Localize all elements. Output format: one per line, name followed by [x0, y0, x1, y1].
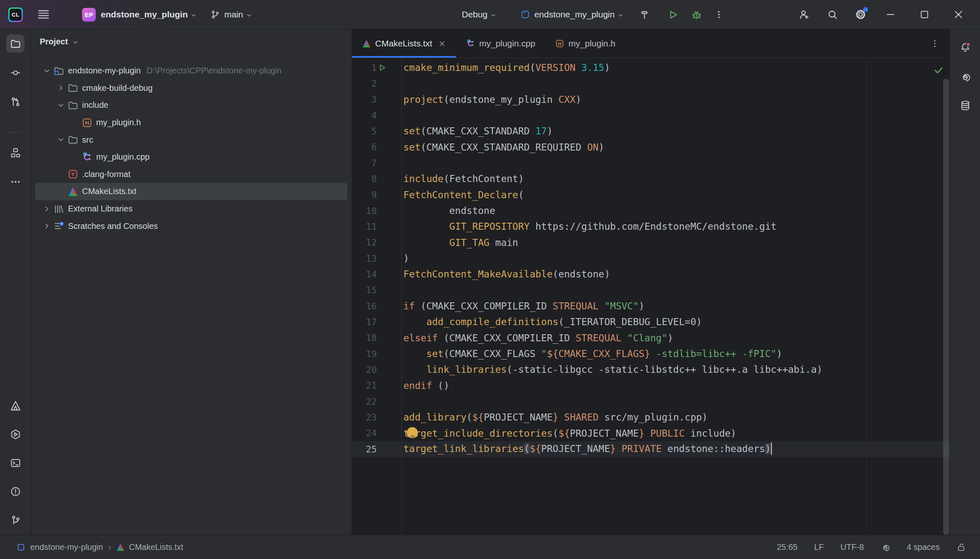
minimize-button[interactable] — [878, 0, 903, 29]
tool-window-button-problems[interactable] — [6, 482, 24, 501]
code-line-10[interactable]: 10 endstone — [352, 203, 950, 219]
build-button[interactable] — [636, 7, 653, 23]
scratches-icon — [53, 221, 64, 231]
code-line-13[interactable]: 13) — [352, 250, 950, 266]
code-line-2[interactable]: 2 — [352, 75, 950, 91]
line-number: 12 — [352, 237, 401, 248]
line-number: 17 — [352, 317, 401, 327]
chevron-right-icon[interactable] — [42, 204, 52, 214]
tree-item-my-plugin-h[interactable]: Hmy_plugin.h — [35, 114, 347, 131]
code-line-14[interactable]: 14FetchContent_MakeAvailable(endstone) — [352, 266, 950, 282]
chevron-down-icon[interactable] — [42, 66, 52, 75]
search-everywhere-button[interactable] — [824, 6, 841, 23]
code-line-24[interactable]: 24target_include_directories(${PROJECT_N… — [352, 425, 950, 441]
intention-bulb-icon[interactable] — [407, 427, 418, 438]
indent-widget[interactable]: 4 spaces — [907, 542, 940, 552]
tree-item-scratches-and-consoles[interactable]: Scratches and Consoles — [35, 217, 347, 235]
run-mode-label: Debug — [462, 10, 488, 19]
code-line-15[interactable]: 15 — [352, 282, 950, 298]
run-line-icon[interactable] — [379, 64, 386, 71]
tool-window-button-more[interactable] — [6, 173, 24, 191]
tree-item-cmakelists-txt[interactable]: CMakeLists.txt — [35, 183, 347, 200]
code-line-4[interactable]: 4 — [352, 107, 950, 123]
tool-window-button-version-control[interactable] — [6, 511, 24, 529]
breadcrumb-project[interactable]: endstone-my-plugin — [17, 542, 103, 552]
project-panel-header[interactable]: Project — [31, 29, 352, 54]
chevron-down-icon[interactable] — [56, 135, 66, 144]
code-line-18[interactable]: 18elseif (CMAKE_CXX_COMPILER_ID STREQUAL… — [352, 330, 950, 346]
line-separator-widget[interactable]: LF — [814, 542, 824, 552]
code-line-5[interactable]: 5set(CMAKE_CXX_STANDARD 17) — [352, 123, 950, 139]
run-button[interactable] — [665, 7, 681, 23]
tree-item-src[interactable]: src — [35, 131, 347, 148]
ai-assistant-status-button[interactable] — [881, 542, 890, 552]
settings-button[interactable] — [852, 6, 869, 23]
code-with-me-button[interactable] — [796, 6, 813, 23]
tool-window-button-project[interactable] — [6, 34, 24, 53]
chevron-down-icon[interactable] — [56, 101, 66, 110]
code-line-19[interactable]: 19 set(CMAKE_CXX_FLAGS "${CMAKE_CXX_FLAG… — [352, 346, 950, 362]
run-mode-selector[interactable]: Debug — [459, 8, 499, 21]
tool-window-button-ai-assistant[interactable] — [956, 67, 974, 85]
editor-tab-my-plugin-h[interactable]: Hmy_plugin.h — [545, 29, 625, 58]
tool-window-button-services[interactable] — [6, 425, 24, 443]
project-widget[interactable]: EP endstone_my_plugin — [63, 6, 199, 23]
tool-window-button-terminal[interactable] — [6, 454, 24, 472]
vcs-branch-widget[interactable]: main — [208, 8, 255, 21]
breadcrumb-file[interactable]: CMakeLists.txt — [116, 542, 183, 552]
editor-tab-my-plugin-cpp[interactable]: my_plugin.cpp — [456, 29, 545, 58]
readonly-toggle[interactable] — [956, 542, 966, 552]
tool-window-button-database[interactable] — [956, 96, 974, 114]
caret-position-widget[interactable]: 25:65 — [777, 542, 798, 552]
tab-label: my_plugin.h — [568, 39, 615, 49]
tool-window-button-structure[interactable] — [6, 143, 24, 162]
code-line-23[interactable]: 23add_library(${PROJECT_NAME} SHARED src… — [352, 409, 950, 425]
code-editor[interactable]: 1cmake_minimum_required(VERSION 3.15)23p… — [352, 58, 950, 535]
line-number: 23 — [352, 412, 401, 423]
code-line-6[interactable]: 6set(CMAKE_CXX_STANDARD_REQUIRED ON) — [352, 139, 950, 155]
run-play-icon — [667, 9, 679, 20]
inspections-status-widget[interactable] — [933, 65, 944, 75]
hamburger-icon — [37, 8, 50, 21]
debug-button[interactable] — [689, 7, 705, 23]
svg-text:H: H — [558, 41, 561, 46]
tool-window-button-notifications[interactable] — [956, 38, 974, 56]
tree-item-my-plugin-cpp[interactable]: my_plugin.cpp — [35, 148, 347, 166]
run-configuration-selector[interactable]: endstone_my_plugin — [518, 8, 626, 21]
code-line-20[interactable]: 20 link_libraries(-static-libgcc -static… — [352, 362, 950, 377]
editor-tab-cmakelists-txt[interactable]: CMakeLists.txt× — [352, 29, 456, 58]
code-line-7[interactable]: 7 — [352, 155, 950, 171]
tree-item-clang-format[interactable]: Y.clang-format — [35, 166, 347, 183]
tool-window-button-commit[interactable] — [6, 63, 24, 82]
code-text: elseif (CMAKE_CXX_COMPILER_ID STREQUAL "… — [401, 333, 673, 343]
chevron-right-icon[interactable] — [42, 221, 52, 231]
code-line-3[interactable]: 3project(endstone_my_plugin CXX) — [352, 92, 950, 107]
code-line-16[interactable]: 16if (CMAKE_CXX_COMPILER_ID STREQUAL "MS… — [352, 298, 950, 314]
code-line-17[interactable]: 17 add_compile_definitions(_ITERATOR_DEB… — [352, 314, 950, 330]
editor-tab-bar: CMakeLists.txt×my_plugin.cppHmy_plugin.h — [352, 29, 950, 58]
encoding-widget[interactable]: UTF-8 — [840, 542, 864, 552]
code-line-1[interactable]: 1cmake_minimum_required(VERSION 3.15) — [352, 60, 950, 75]
editor-scrollbar[interactable] — [943, 79, 949, 535]
code-line-21[interactable]: 21endif () — [352, 378, 950, 394]
more-run-actions-button[interactable] — [711, 7, 726, 22]
maximize-button[interactable] — [912, 0, 937, 29]
tree-item-endstone-my-plugin[interactable]: endstone-my-pluginD:\Projects\CPP\endsto… — [35, 62, 347, 80]
tree-item-include[interactable]: include — [35, 97, 347, 114]
code-line-25[interactable]: 25target_link_libraries(${PROJECT_NAME} … — [352, 441, 950, 457]
code-line-12[interactable]: 12 GIT_TAG main — [352, 235, 950, 250]
line-number: 5 — [352, 126, 401, 136]
main-menu-button[interactable] — [37, 8, 50, 21]
tab-close-button[interactable]: × — [438, 38, 446, 49]
code-line-22[interactable]: 22 — [352, 394, 950, 409]
code-line-9[interactable]: 9FetchContent_Declare( — [352, 187, 950, 203]
tree-item-cmake-build-debug[interactable]: cmake-build-debug — [35, 80, 347, 97]
close-button[interactable] — [946, 0, 971, 29]
tool-window-button-cmake[interactable] — [6, 396, 24, 415]
tool-window-button-pull-requests[interactable] — [6, 92, 24, 111]
code-line-8[interactable]: 8include(FetchContent) — [352, 171, 950, 187]
tab-list-button[interactable] — [927, 36, 942, 51]
code-line-11[interactable]: 11 GIT_REPOSITORY https://github.com/End… — [352, 219, 950, 234]
tree-item-external-libraries[interactable]: External Libraries — [35, 200, 347, 218]
chevron-right-icon[interactable] — [56, 83, 66, 92]
